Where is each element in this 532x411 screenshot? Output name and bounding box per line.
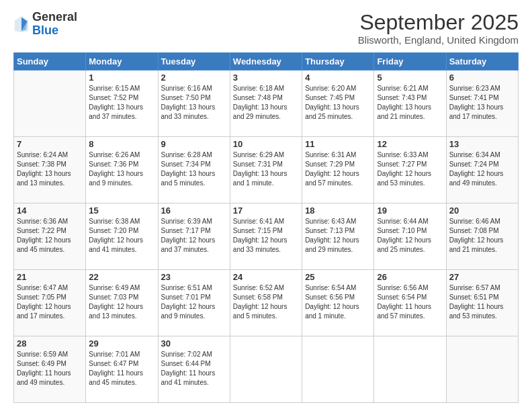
calendar-header-row: Sunday Monday Tuesday Wednesday Thursday…: [14, 53, 519, 71]
day-number: 25: [305, 272, 371, 282]
table-row: 14Sunrise: 6:36 AM Sunset: 7:22 PM Dayli…: [14, 203, 86, 270]
day-info: Sunrise: 6:15 AM Sunset: 7:52 PM Dayligh…: [89, 84, 154, 122]
day-info: Sunrise: 6:16 AM Sunset: 7:50 PM Dayligh…: [161, 84, 227, 122]
day-number: 23: [161, 272, 227, 282]
day-info: Sunrise: 6:31 AM Sunset: 7:29 PM Dayligh…: [305, 150, 371, 188]
day-info: Sunrise: 6:39 AM Sunset: 7:17 PM Dayligh…: [161, 217, 227, 255]
day-number: 3: [233, 73, 299, 83]
day-info: Sunrise: 6:38 AM Sunset: 7:20 PM Dayligh…: [89, 217, 154, 255]
table-row: 7Sunrise: 6:24 AM Sunset: 7:38 PM Daylig…: [14, 137, 86, 203]
day-number: 14: [17, 205, 83, 216]
table-row: 19Sunrise: 6:44 AM Sunset: 7:10 PM Dayli…: [374, 203, 446, 270]
table-row: 16Sunrise: 6:39 AM Sunset: 7:17 PM Dayli…: [158, 203, 230, 270]
table-row: 1Sunrise: 6:15 AM Sunset: 7:52 PM Daylig…: [86, 71, 158, 137]
table-row: [302, 336, 374, 403]
day-number: 2: [161, 73, 227, 83]
table-row: 20Sunrise: 6:46 AM Sunset: 7:08 PM Dayli…: [446, 203, 518, 270]
table-row: 27Sunrise: 6:57 AM Sunset: 6:51 PM Dayli…: [446, 270, 518, 336]
table-row: [230, 336, 302, 403]
day-number: 4: [305, 73, 371, 83]
day-number: 13: [449, 139, 515, 149]
logo-icon: [13, 15, 30, 34]
day-info: Sunrise: 6:59 AM Sunset: 6:49 PM Dayligh…: [17, 350, 83, 387]
col-thursday: Thursday: [302, 53, 374, 71]
table-row: 17Sunrise: 6:41 AM Sunset: 7:15 PM Dayli…: [230, 203, 302, 270]
day-info: Sunrise: 7:01 AM Sunset: 6:47 PM Dayligh…: [89, 350, 154, 387]
table-row: 23Sunrise: 6:51 AM Sunset: 7:01 PM Dayli…: [158, 270, 230, 336]
calendar-table: Sunday Monday Tuesday Wednesday Thursday…: [13, 52, 519, 403]
calendar-week-row: 1Sunrise: 6:15 AM Sunset: 7:52 PM Daylig…: [14, 71, 519, 137]
table-row: 24Sunrise: 6:52 AM Sunset: 6:58 PM Dayli…: [230, 270, 302, 336]
day-info: Sunrise: 6:33 AM Sunset: 7:27 PM Dayligh…: [377, 150, 443, 188]
day-number: 11: [305, 139, 371, 149]
calendar-week-row: 14Sunrise: 6:36 AM Sunset: 7:22 PM Dayli…: [14, 203, 519, 270]
day-number: 21: [17, 272, 83, 282]
table-row: 4Sunrise: 6:20 AM Sunset: 7:45 PM Daylig…: [302, 71, 374, 137]
day-number: 22: [89, 272, 154, 282]
table-row: 3Sunrise: 6:18 AM Sunset: 7:48 PM Daylig…: [230, 71, 302, 137]
table-row: 18Sunrise: 6:43 AM Sunset: 7:13 PM Dayli…: [302, 203, 374, 270]
day-number: 18: [305, 205, 371, 216]
table-row: [446, 336, 518, 403]
table-row: 22Sunrise: 6:49 AM Sunset: 7:03 PM Dayli…: [86, 270, 158, 336]
day-number: 7: [17, 139, 83, 149]
day-info: Sunrise: 6:20 AM Sunset: 7:45 PM Dayligh…: [305, 84, 371, 122]
day-number: 28: [17, 338, 83, 349]
day-info: Sunrise: 6:43 AM Sunset: 7:13 PM Dayligh…: [305, 217, 371, 255]
table-row: 21Sunrise: 6:47 AM Sunset: 7:05 PM Dayli…: [14, 270, 86, 336]
table-row: 9Sunrise: 6:28 AM Sunset: 7:34 PM Daylig…: [158, 137, 230, 203]
calendar-week-row: 7Sunrise: 6:24 AM Sunset: 7:38 PM Daylig…: [14, 137, 519, 203]
table-row: [14, 71, 86, 137]
table-row: 12Sunrise: 6:33 AM Sunset: 7:27 PM Dayli…: [374, 137, 446, 203]
col-sunday: Sunday: [14, 53, 86, 71]
day-number: 9: [161, 139, 227, 149]
day-info: Sunrise: 6:52 AM Sunset: 6:58 PM Dayligh…: [233, 283, 299, 321]
table-row: [374, 336, 446, 403]
day-info: Sunrise: 6:18 AM Sunset: 7:48 PM Dayligh…: [233, 84, 299, 122]
day-number: 20: [449, 205, 515, 216]
day-number: 30: [161, 338, 227, 349]
table-row: 5Sunrise: 6:21 AM Sunset: 7:43 PM Daylig…: [374, 71, 446, 137]
day-info: Sunrise: 6:36 AM Sunset: 7:22 PM Dayligh…: [17, 217, 83, 255]
location: Blisworth, England, United Kingdom: [358, 34, 519, 46]
table-row: 10Sunrise: 6:29 AM Sunset: 7:31 PM Dayli…: [230, 137, 302, 203]
col-saturday: Saturday: [446, 53, 518, 71]
day-info: Sunrise: 6:51 AM Sunset: 7:01 PM Dayligh…: [161, 283, 227, 321]
day-number: 6: [449, 73, 515, 83]
day-info: Sunrise: 6:57 AM Sunset: 6:51 PM Dayligh…: [449, 283, 515, 321]
day-number: 1: [89, 73, 154, 83]
calendar-week-row: 21Sunrise: 6:47 AM Sunset: 7:05 PM Dayli…: [14, 270, 519, 336]
table-row: 13Sunrise: 6:34 AM Sunset: 7:24 PM Dayli…: [446, 137, 518, 203]
day-number: 10: [233, 139, 299, 149]
table-row: 25Sunrise: 6:54 AM Sunset: 6:56 PM Dayli…: [302, 270, 374, 336]
day-info: Sunrise: 6:46 AM Sunset: 7:08 PM Dayligh…: [449, 217, 515, 255]
day-info: Sunrise: 6:21 AM Sunset: 7:43 PM Dayligh…: [377, 84, 443, 122]
day-info: Sunrise: 6:23 AM Sunset: 7:41 PM Dayligh…: [449, 84, 515, 122]
table-row: 2Sunrise: 6:16 AM Sunset: 7:50 PM Daylig…: [158, 71, 230, 137]
day-number: 8: [89, 139, 154, 149]
day-info: Sunrise: 6:41 AM Sunset: 7:15 PM Dayligh…: [233, 217, 299, 255]
table-row: 8Sunrise: 6:26 AM Sunset: 7:36 PM Daylig…: [86, 137, 158, 203]
day-number: 12: [377, 139, 443, 149]
day-info: Sunrise: 6:56 AM Sunset: 6:54 PM Dayligh…: [377, 283, 443, 321]
col-monday: Monday: [86, 53, 158, 71]
table-row: 11Sunrise: 6:31 AM Sunset: 7:29 PM Dayli…: [302, 137, 374, 203]
day-info: Sunrise: 6:29 AM Sunset: 7:31 PM Dayligh…: [233, 150, 299, 188]
day-info: Sunrise: 6:24 AM Sunset: 7:38 PM Dayligh…: [17, 150, 83, 188]
month-title: September 2025: [358, 11, 519, 34]
day-number: 19: [377, 205, 443, 216]
day-info: Sunrise: 6:26 AM Sunset: 7:36 PM Dayligh…: [89, 150, 154, 188]
table-row: 26Sunrise: 6:56 AM Sunset: 6:54 PM Dayli…: [374, 270, 446, 336]
day-info: Sunrise: 6:34 AM Sunset: 7:24 PM Dayligh…: [449, 150, 515, 188]
day-number: 29: [89, 338, 154, 349]
logo: General Blue: [13, 11, 77, 38]
day-number: 24: [233, 272, 299, 282]
day-number: 17: [233, 205, 299, 216]
day-number: 5: [377, 73, 443, 83]
day-info: Sunrise: 6:49 AM Sunset: 7:03 PM Dayligh…: [89, 283, 154, 321]
table-row: 30Sunrise: 7:02 AM Sunset: 6:44 PM Dayli…: [158, 336, 230, 403]
day-number: 16: [161, 205, 227, 216]
page-header: General Blue September 2025 Blisworth, E…: [13, 11, 519, 46]
day-info: Sunrise: 6:28 AM Sunset: 7:34 PM Dayligh…: [161, 150, 227, 188]
day-number: 27: [449, 272, 515, 282]
